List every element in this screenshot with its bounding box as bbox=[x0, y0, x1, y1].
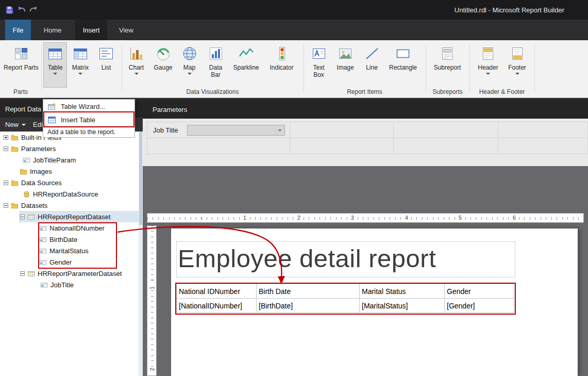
table-header-cell[interactable]: Marital Status bbox=[360, 284, 445, 299]
footer-button[interactable]: Footer bbox=[503, 42, 531, 88]
table-data-cell[interactable]: [MaritalStatus] bbox=[360, 299, 445, 313]
tree-item-jobtitle[interactable]: JobTitle bbox=[0, 279, 139, 290]
expander-icon[interactable] bbox=[4, 135, 8, 140]
chart-icon bbox=[128, 45, 145, 62]
tab-view[interactable]: View bbox=[110, 20, 142, 40]
dataset-icon bbox=[27, 270, 35, 277]
data-bar-icon bbox=[207, 45, 225, 62]
expander-icon[interactable] bbox=[4, 146, 8, 151]
line-button[interactable]: Line bbox=[360, 42, 384, 88]
subreport-icon bbox=[439, 45, 456, 62]
tree-scrollbar-thumb[interactable] bbox=[139, 132, 142, 225]
matrix-icon bbox=[72, 45, 89, 62]
header-button[interactable]: Header bbox=[475, 42, 501, 88]
group-label-report-items: Report Items bbox=[304, 88, 426, 95]
tab-insert[interactable]: Insert bbox=[75, 20, 107, 40]
tree-item-nationalidnumber[interactable]: NationalIDNumber bbox=[0, 222, 139, 234]
parameter-cell[interactable] bbox=[290, 138, 393, 154]
tree-item-datasets[interactable]: Datasets bbox=[0, 200, 139, 211]
table-data-cell[interactable]: [BirthDate] bbox=[257, 299, 360, 313]
ruler-mark: 4 bbox=[404, 214, 410, 222]
group-divider bbox=[426, 44, 426, 92]
report-title-text[interactable]: Employee detail report bbox=[178, 244, 436, 273]
indicator-button[interactable]: Indicator bbox=[264, 42, 299, 88]
parameter-cell-job-title[interactable]: Job Title bbox=[147, 122, 290, 138]
matrix-button[interactable]: Matrix bbox=[68, 42, 93, 88]
group-label-parts: Parts bbox=[0, 88, 41, 95]
ruler-mark: 5 bbox=[457, 214, 463, 222]
table-data-cell[interactable]: [Gender] bbox=[445, 299, 514, 313]
undo-button[interactable] bbox=[16, 4, 27, 15]
redo-icon bbox=[28, 5, 38, 15]
report-parts-button[interactable]: Report Parts bbox=[3, 42, 39, 88]
text-box-button[interactable]: Text Box bbox=[307, 42, 331, 88]
tree-item-data-sources[interactable]: Data Sources bbox=[0, 177, 139, 188]
sparkline-icon bbox=[238, 45, 255, 62]
parameters-grid: Job Title bbox=[147, 122, 588, 154]
new-button[interactable]: New bbox=[5, 121, 19, 128]
parameter-cell[interactable] bbox=[290, 122, 393, 138]
expander-icon[interactable] bbox=[4, 203, 8, 208]
parameter-cell[interactable] bbox=[394, 138, 498, 154]
tab-home[interactable]: Home bbox=[34, 20, 71, 40]
tree-scrollbar[interactable] bbox=[139, 132, 143, 376]
table-header-cell[interactable]: Gender bbox=[445, 284, 514, 299]
job-title-label: Job Title bbox=[153, 126, 178, 134]
image-button[interactable]: Image bbox=[332, 42, 358, 88]
insert-table-tooltip: Add a table to the report. bbox=[43, 126, 135, 138]
parameter-cell[interactable] bbox=[394, 122, 498, 138]
footer-icon bbox=[509, 45, 526, 62]
dataset-icon bbox=[27, 213, 35, 221]
menu-item-insert-table[interactable]: Insert Table bbox=[43, 113, 135, 126]
dropdown-caret-icon bbox=[188, 73, 192, 75]
expander-icon[interactable] bbox=[20, 215, 25, 219]
parameter-cell[interactable] bbox=[498, 122, 587, 138]
report-design-canvas[interactable]: Employee detail report National IDNumber… bbox=[171, 228, 578, 376]
dropdown-caret-icon bbox=[486, 73, 490, 75]
table-button[interactable]: Table bbox=[43, 42, 67, 88]
data-bar-button[interactable]: Data Bar bbox=[203, 42, 228, 88]
tree-item-hrreportdatasource[interactable]: HRReportDataSource bbox=[0, 188, 139, 200]
rectangle-button[interactable]: Rectangle bbox=[385, 42, 421, 88]
ruler-mark: 3 bbox=[349, 214, 356, 222]
field-icon bbox=[40, 281, 48, 289]
folder-icon bbox=[11, 202, 19, 209]
dropdown-caret-icon bbox=[53, 73, 57, 75]
sparkline-button[interactable]: Sparkline bbox=[230, 42, 262, 88]
database-icon bbox=[23, 190, 30, 198]
expander-icon[interactable] bbox=[20, 271, 25, 276]
tree-item-jobtitleparam[interactable]: JobTitleParam bbox=[0, 154, 139, 166]
image-icon bbox=[337, 45, 354, 62]
menu-item-table-wizard[interactable]: Table Wizard... bbox=[43, 100, 135, 113]
chart-button[interactable]: Chart bbox=[124, 42, 148, 88]
tree-item-maritalstatus[interactable]: MaritalStatus bbox=[0, 245, 139, 256]
tree-item-gender[interactable]: Gender bbox=[0, 256, 139, 268]
gauge-button[interactable]: Gauge bbox=[150, 42, 176, 88]
field-icon bbox=[39, 236, 47, 243]
parameter-cell[interactable] bbox=[498, 138, 587, 154]
tree-item-birthdate[interactable]: BirthDate bbox=[0, 234, 139, 245]
map-button[interactable]: Map bbox=[178, 42, 201, 88]
tree-item-parameters[interactable]: Parameters bbox=[0, 143, 139, 154]
report-builder-window: Untitled.rdl - Microsoft Report Builder … bbox=[0, 0, 588, 376]
expander-icon[interactable] bbox=[4, 181, 8, 185]
group-label-data-visualizations: Data Visualizations bbox=[122, 88, 304, 95]
tab-file[interactable]: File bbox=[5, 20, 31, 40]
report-table[interactable]: National IDNumber Birth Date Marital Sta… bbox=[176, 284, 514, 313]
group-divider bbox=[469, 44, 470, 92]
tree-item-hrreportparameterdataset[interactable]: HRReportParameterDataset bbox=[0, 268, 139, 279]
parameters-pane: Job Title bbox=[143, 119, 588, 166]
ribbon-tab-row: File Home Insert View bbox=[0, 20, 588, 40]
table-data-cell[interactable]: [NationalIDNumber] bbox=[177, 299, 257, 313]
tree-item-images[interactable]: Images bbox=[0, 166, 139, 177]
redo-button[interactable] bbox=[27, 4, 39, 15]
job-title-dropdown[interactable] bbox=[187, 125, 285, 136]
table-header-cell[interactable]: Birth Date bbox=[257, 284, 360, 299]
save-button[interactable] bbox=[4, 4, 15, 15]
horizontal-ruler: 1 2 3 4 5 6 bbox=[147, 213, 584, 223]
parameter-cell[interactable] bbox=[147, 138, 290, 154]
subreport-button[interactable]: Subreport bbox=[429, 42, 465, 88]
table-header-cell[interactable]: National IDNumber bbox=[177, 284, 257, 299]
list-button[interactable]: List bbox=[95, 42, 117, 88]
tree-item-hrreportreportdataset[interactable]: HRReportReportDataset bbox=[0, 211, 139, 222]
